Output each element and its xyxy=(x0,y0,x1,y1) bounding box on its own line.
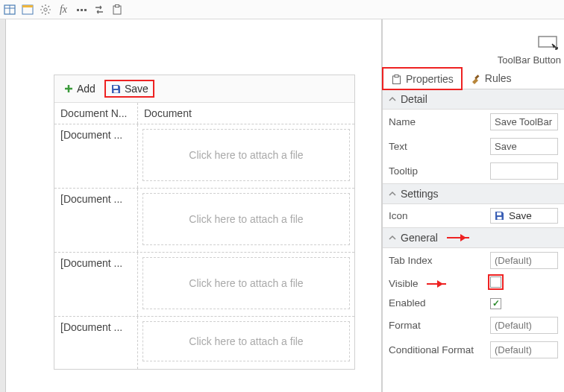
svg-line-12 xyxy=(42,12,43,13)
table-row: [Document ... Click here to attach a fil… xyxy=(54,189,354,253)
tab-properties[interactable]: Properties xyxy=(383,68,462,89)
label-tooltip: Tooltip xyxy=(389,165,486,177)
section-detail[interactable]: Detail xyxy=(383,89,564,110)
section-settings[interactable]: Settings xyxy=(383,183,564,204)
input-name[interactable] xyxy=(490,113,558,130)
svg-rect-25 xyxy=(395,75,398,77)
attach-dropzone[interactable]: Click here to attach a file xyxy=(142,129,350,181)
table-row: [Document ... Click here to attach a fil… xyxy=(54,317,354,369)
tab-rules[interactable]: Rules xyxy=(462,67,520,89)
design-canvas: Add Save Document N... Document [Documen… xyxy=(0,19,382,392)
table-row: [Document ... Click here to attach a fil… xyxy=(54,253,354,317)
chevron-up-icon xyxy=(389,190,396,197)
col-header-2[interactable]: Document xyxy=(138,103,354,124)
input-format[interactable] xyxy=(490,317,558,334)
label-cond-format: Conditional Format xyxy=(389,344,486,355)
chevron-up-icon xyxy=(389,234,396,241)
panel-tabs: Properties Rules xyxy=(383,67,564,89)
properties-panel: ToolBar Button Properties Rules Detail N… xyxy=(382,19,564,392)
svg-rect-28 xyxy=(498,217,502,220)
input-cond-format[interactable] xyxy=(490,341,558,358)
svg-point-5 xyxy=(44,7,47,10)
form-toolbar: Add Save xyxy=(54,75,354,103)
label-visible: Visible xyxy=(389,278,486,289)
chevron-up-icon xyxy=(389,95,396,103)
plus-icon xyxy=(63,83,74,94)
svg-rect-27 xyxy=(497,212,501,215)
clipboard-icon[interactable] xyxy=(110,3,124,16)
form-designer: Add Save Document N... Document [Documen… xyxy=(54,75,355,370)
cell-doc-name[interactable]: [Document ... xyxy=(54,317,138,369)
cell-doc-name[interactable]: [Document ... xyxy=(54,253,138,316)
svg-line-13 xyxy=(48,6,50,7)
attach-dropzone[interactable]: Click here to attach a file xyxy=(142,257,350,309)
cell-doc-name[interactable]: [Document ... xyxy=(54,124,138,188)
ellipsis-icon[interactable] xyxy=(75,3,88,16)
save-icon xyxy=(494,210,505,221)
svg-rect-18 xyxy=(116,4,119,7)
panel-header: ToolBar Button xyxy=(383,19,564,67)
label-tab-index: Tab Index xyxy=(389,255,486,266)
input-tooltip[interactable] xyxy=(490,162,558,180)
swap-icon[interactable] xyxy=(93,3,106,16)
panel-title: ToolBar Button xyxy=(498,54,561,66)
label-icon: Icon xyxy=(389,210,486,221)
section-general[interactable]: General xyxy=(383,227,564,248)
input-tab-index[interactable] xyxy=(490,252,558,269)
cell-doc-name[interactable]: [Document ... xyxy=(54,189,138,252)
save-button[interactable]: Save xyxy=(104,80,154,98)
label-format: Format xyxy=(389,320,486,331)
form-icon[interactable] xyxy=(21,3,34,16)
annotation-arrow xyxy=(427,283,446,285)
svg-rect-22 xyxy=(113,90,118,93)
svg-rect-26 xyxy=(474,75,479,79)
svg-rect-14 xyxy=(77,9,79,11)
icon-picker[interactable]: Save xyxy=(490,208,558,224)
label-name: Name xyxy=(389,116,486,127)
svg-rect-16 xyxy=(84,9,87,11)
label-text: Text xyxy=(389,141,486,152)
checkbox-enabled[interactable] xyxy=(490,298,501,309)
save-label: Save xyxy=(125,83,148,95)
clipboard-icon xyxy=(391,74,402,85)
input-text[interactable] xyxy=(490,138,558,155)
fx-icon[interactable]: fx xyxy=(57,3,70,16)
attach-dropzone[interactable]: Click here to attach a file xyxy=(142,321,350,361)
add-button[interactable]: Add xyxy=(60,81,98,96)
label-enabled: Enabled xyxy=(389,297,486,309)
gear-icon[interactable] xyxy=(39,3,52,16)
toolbar-button-icon xyxy=(537,34,561,53)
add-label: Add xyxy=(77,83,95,95)
annotation-arrow xyxy=(447,237,469,238)
svg-line-10 xyxy=(42,6,43,7)
app-top-toolbar: fx xyxy=(0,0,564,19)
save-icon xyxy=(110,83,122,95)
col-header-1[interactable]: Document N... xyxy=(54,103,138,124)
checkbox-visible[interactable] xyxy=(490,276,501,288)
table-icon[interactable] xyxy=(3,3,16,16)
svg-rect-4 xyxy=(22,5,33,7)
svg-line-11 xyxy=(48,12,50,13)
attach-dropzone[interactable]: Click here to attach a file xyxy=(142,193,350,245)
gavel-icon xyxy=(470,73,481,84)
svg-rect-21 xyxy=(113,86,118,89)
table-row: [Document ... Click here to attach a fil… xyxy=(54,124,354,189)
column-headers: Document N... Document xyxy=(54,103,354,124)
svg-rect-15 xyxy=(81,9,83,11)
